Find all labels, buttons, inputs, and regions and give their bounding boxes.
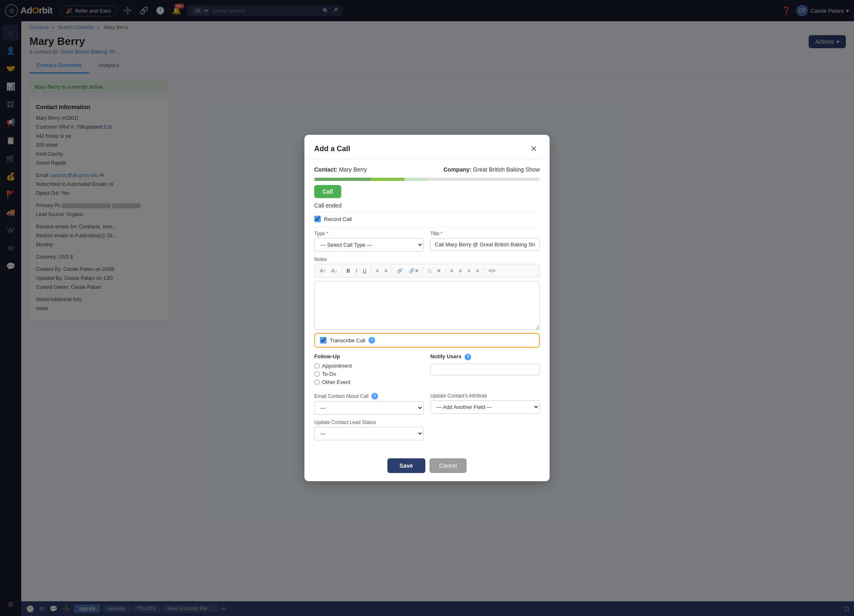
update-lead-select[interactable]: — bbox=[314, 427, 424, 440]
followup-todo-label: To-Do bbox=[322, 371, 336, 377]
progress-seg3 bbox=[405, 178, 427, 181]
followup-todo-row: To-Do bbox=[314, 371, 424, 377]
modal-body: Contact: Mary Berry Company: Great Briti… bbox=[304, 160, 550, 453]
modal-company-label: Company: bbox=[443, 166, 471, 173]
toolbar-source[interactable]: </> bbox=[486, 267, 497, 275]
transcribe-call-checkbox[interactable] bbox=[320, 337, 326, 344]
followup-col: Follow-Up Appointment To-Do Other Event bbox=[314, 353, 424, 387]
email-contact-help-icon[interactable]: ? bbox=[371, 393, 378, 400]
followup-section: Follow-Up Appointment To-Do Other Event bbox=[314, 353, 540, 387]
email-contact-label: Email Contact About Call ? bbox=[314, 393, 424, 400]
bottom-fields: Email Contact About Call ? — Yes No Upda… bbox=[314, 393, 540, 415]
modal-title: Add a Call bbox=[314, 145, 350, 153]
update-attribute-field: Update Contact's Attribute — Add Another… bbox=[430, 393, 540, 415]
toolbar-font-size-up[interactable]: A↑ bbox=[318, 267, 328, 275]
toolbar-list-ol[interactable]: ≡ bbox=[382, 267, 389, 275]
toolbar-align-justify[interactable]: ≡ bbox=[474, 267, 481, 275]
modal-company-value: Great British Baking Show bbox=[473, 166, 540, 173]
followup-other-label: Other Event bbox=[322, 379, 350, 385]
modal-contact-value: Mary Berry bbox=[339, 166, 367, 173]
save-button[interactable]: Save bbox=[387, 458, 425, 473]
progress-seg1 bbox=[314, 178, 371, 181]
update-lead-field: Update Contact Lead Status — bbox=[314, 420, 424, 440]
toolbar-underline[interactable]: U bbox=[361, 267, 369, 275]
update-lead-label: Update Contact Lead Status bbox=[314, 420, 424, 425]
toolbar-list-ul[interactable]: ≡ bbox=[374, 267, 381, 275]
type-title-row: Type * — Select Call Type — Inbound Outb… bbox=[314, 231, 540, 252]
modal-contact-label: Contact: bbox=[314, 166, 338, 173]
update-attribute-label: Update Contact's Attribute bbox=[430, 393, 540, 399]
transcribe-call-label: Transcribe Call bbox=[330, 337, 365, 344]
toolbar-image[interactable]: □ bbox=[426, 267, 433, 275]
toolbar-align-right[interactable]: ≡ bbox=[465, 267, 472, 275]
toolbar-sep6 bbox=[483, 268, 484, 274]
toolbar-align-left[interactable]: ≡ bbox=[448, 267, 455, 275]
toolbar-font-size-down[interactable]: A↓ bbox=[329, 267, 339, 275]
title-label: Title * bbox=[430, 231, 540, 237]
toolbar-align-center[interactable]: ≡ bbox=[457, 267, 464, 275]
toolbar-sep1 bbox=[342, 268, 342, 274]
notify-users-input[interactable] bbox=[430, 364, 540, 375]
call-progress-bar bbox=[314, 178, 540, 181]
type-select[interactable]: — Select Call Type — Inbound Outbound Co… bbox=[314, 238, 424, 252]
editor-toolbar: A↑ A↓ B I U ≡ ≡ 🔗 🔗✕ □ ✕ ≡ bbox=[314, 264, 540, 278]
modal-close-button[interactable]: ✕ bbox=[528, 143, 540, 154]
toolbar-sep3 bbox=[392, 268, 392, 274]
modal-contact-row: Contact: Mary Berry Company: Great Briti… bbox=[314, 166, 540, 173]
followup-appointment-row: Appointment bbox=[314, 363, 424, 369]
followup-appointment-radio[interactable] bbox=[314, 363, 320, 368]
toolbar-bold[interactable]: B bbox=[344, 267, 352, 275]
type-label: Type * bbox=[314, 231, 424, 237]
toolbar-sep4 bbox=[423, 268, 424, 274]
toolbar-unlink[interactable]: 🔗✕ bbox=[407, 267, 421, 275]
title-field: Title * bbox=[430, 231, 540, 252]
transcribe-help-icon[interactable]: ? bbox=[369, 337, 375, 344]
notes-textarea[interactable] bbox=[314, 281, 540, 330]
record-call-row: Record Call bbox=[314, 216, 540, 222]
notify-col: Notify Users ? bbox=[430, 353, 540, 387]
followup-other-row: Other Event bbox=[314, 379, 424, 385]
followup-other-radio[interactable] bbox=[314, 379, 320, 385]
title-input[interactable] bbox=[430, 238, 540, 251]
progress-seg2 bbox=[371, 178, 405, 181]
add-call-modal: Add a Call ✕ Contact: Mary Berry Company… bbox=[304, 135, 550, 481]
email-contact-field: Email Contact About Call ? — Yes No bbox=[314, 393, 424, 415]
update-attribute-select[interactable]: — Add Another Field — bbox=[430, 400, 540, 414]
cancel-button[interactable]: Cancel bbox=[429, 458, 467, 473]
call-ended-text: Call ended bbox=[314, 202, 540, 209]
record-call-checkbox[interactable] bbox=[314, 216, 321, 222]
followup-todo-radio[interactable] bbox=[314, 371, 320, 377]
transcribe-call-row: Transcribe Call ? bbox=[314, 333, 540, 348]
modal-header: Add a Call ✕ bbox=[304, 135, 550, 160]
toolbar-sep2 bbox=[371, 268, 371, 274]
toolbar-remove-format[interactable]: ✕ bbox=[435, 267, 443, 275]
notify-label: Notify Users ? bbox=[430, 353, 540, 360]
email-contact-select[interactable]: — Yes No bbox=[314, 401, 424, 415]
toolbar-link[interactable]: 🔗 bbox=[395, 267, 405, 275]
notes-label: Notes bbox=[314, 257, 540, 262]
modal-overlay: Add a Call ✕ Contact: Mary Berry Company… bbox=[0, 0, 854, 616]
type-field: Type * — Select Call Type — Inbound Outb… bbox=[314, 231, 424, 252]
toolbar-italic[interactable]: I bbox=[354, 267, 359, 275]
followup-label: Follow-Up bbox=[314, 353, 424, 359]
notes-field: Notes A↑ A↓ B I U ≡ ≡ 🔗 🔗✕ □ bbox=[314, 257, 540, 331]
modal-footer: Save Cancel bbox=[304, 453, 550, 481]
toolbar-sep5 bbox=[445, 268, 446, 274]
record-call-label: Record Call bbox=[324, 216, 352, 222]
followup-appointment-label: Appointment bbox=[322, 363, 352, 369]
call-button[interactable]: Call bbox=[314, 185, 341, 198]
notify-help-icon[interactable]: ? bbox=[465, 354, 471, 360]
